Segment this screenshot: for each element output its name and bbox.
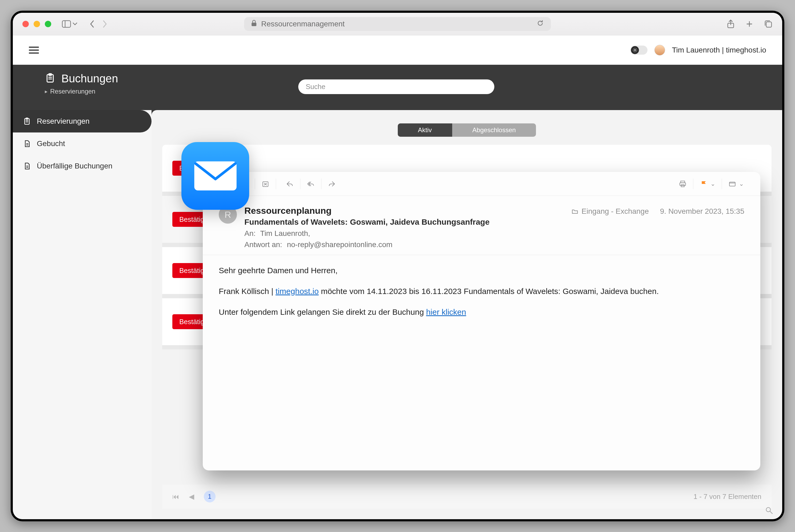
svg-rect-36: [681, 185, 684, 187]
magnifier-icon[interactable]: [765, 507, 773, 515]
svg-rect-34: [681, 181, 685, 183]
tabs-overview-icon[interactable]: [764, 20, 773, 28]
svg-point-26: [766, 508, 771, 512]
theme-toggle[interactable]: [630, 45, 648, 55]
svg-line-27: [770, 512, 772, 514]
folder-menu-chevron-icon[interactable]: ⌄: [739, 180, 744, 187]
flag-menu-chevron-icon[interactable]: ⌄: [710, 180, 715, 187]
user-name-label: Tim Lauenroth | timeghost.io: [672, 46, 766, 54]
junk-icon[interactable]: [258, 177, 273, 190]
clipboard-icon: [45, 73, 55, 84]
mail-folder[interactable]: Eingang - Exchange: [572, 207, 649, 216]
search-placeholder: Suche: [306, 83, 325, 91]
svg-line-13: [633, 51, 634, 52]
pager-count: 1 - 7 von 7 Elementen: [693, 493, 761, 501]
pager-prev[interactable]: ◀: [189, 493, 194, 501]
url-field[interactable]: Ressourcenmanagement: [244, 17, 551, 31]
nav-forward-button[interactable]: [102, 20, 108, 28]
browser-sidebar-toggle[interactable]: [62, 20, 77, 28]
menu-toggle-button[interactable]: [29, 46, 39, 54]
nav-back-button[interactable]: [89, 20, 95, 28]
mail-app-icon: [181, 142, 249, 210]
app-top-bar: Tim Lauenroth | timeghost.io: [13, 35, 782, 65]
mail-body-line: Frank Köllisch | timeghost.io möchte vom…: [219, 285, 744, 298]
print-icon[interactable]: [675, 177, 690, 190]
svg-rect-4: [766, 22, 772, 27]
page-title: Buchungen: [61, 72, 118, 85]
svg-rect-28: [194, 162, 236, 191]
forward-icon[interactable]: [324, 177, 340, 190]
pager-current[interactable]: 1: [204, 491, 216, 502]
mail-from: Ressourcenplanung: [245, 206, 564, 216]
reply-icon[interactable]: [282, 177, 297, 190]
svg-rect-37: [729, 182, 735, 186]
url-text: Ressourcenmanagement: [261, 20, 345, 28]
window-close-dot[interactable]: [22, 21, 29, 27]
sidebar: Reservierungen Gebucht Überfällige Buchu…: [13, 110, 151, 519]
browser-titlebar: Ressourcenmanagement: [13, 13, 782, 35]
page-header: Buchungen ▸ Reservierungen Suche: [13, 65, 782, 110]
mail-header: R Ressourcenplanung Fundamentals of Wave…: [203, 196, 760, 255]
chevron-down-icon: [73, 22, 77, 25]
mail-window: ⌄ ⌄ R Ressourcenplanung Fundamentals of …: [203, 172, 760, 471]
mail-link-booking[interactable]: hier klicken: [426, 308, 466, 316]
breadcrumb-item: Reservierungen: [50, 88, 95, 95]
mail-body-line: Sehr geehrte Damen und Herren,: [219, 264, 744, 277]
lock-icon: [251, 20, 257, 28]
window-minimize-dot[interactable]: [34, 21, 40, 27]
window-zoom-dot[interactable]: [45, 21, 51, 27]
user-avatar[interactable]: [654, 45, 665, 55]
mail-toolbar: ⌄ ⌄: [203, 172, 760, 196]
sidebar-item-overdue[interactable]: Überfällige Buchungen: [13, 155, 151, 177]
move-to-folder-icon[interactable]: [725, 177, 740, 190]
new-tab-icon[interactable]: [745, 20, 753, 28]
mail-body: Sehr geehrte Damen und Herren, Frank Köl…: [203, 255, 760, 336]
mail-date: 9. November 2023, 15:35: [660, 207, 744, 216]
segmented-control: Aktiv Abgeschlossen: [398, 124, 536, 137]
mail-reply-to-row: Antwort an: no-reply@sharepointonline.co…: [245, 241, 564, 249]
pager: ⏮ ◀ 1 1 - 7 von 7 Elementen: [162, 484, 772, 509]
flag-icon[interactable]: [696, 177, 711, 190]
mail-subject: Fundamentals of Wavelets: Goswami, Jaide…: [245, 217, 564, 227]
svg-point-5: [634, 49, 636, 51]
segment-completed[interactable]: Abgeschlossen: [452, 124, 536, 137]
svg-rect-0: [62, 21, 71, 27]
reload-icon[interactable]: [537, 19, 544, 29]
sidebar-item-label: Reservierungen: [37, 117, 90, 126]
sidebar-item-label: Überfällige Buchungen: [37, 162, 112, 170]
mail-body-line: Unter folgendem Link gelangen Sie direkt…: [219, 306, 744, 319]
reply-all-icon[interactable]: [303, 177, 319, 190]
sidebar-item-booked[interactable]: Gebucht: [13, 132, 151, 155]
svg-rect-2: [252, 23, 256, 26]
chevron-right-icon: ▸: [45, 88, 48, 95]
mail-to-row: An: Tim Lauenroth,: [245, 229, 564, 238]
sidebar-item-label: Gebucht: [37, 139, 65, 148]
pager-first[interactable]: ⏮: [172, 493, 179, 501]
svg-line-10: [633, 49, 634, 49]
share-icon[interactable]: [727, 19, 735, 28]
svg-line-12: [636, 49, 636, 49]
search-input[interactable]: Suche: [298, 79, 494, 94]
svg-line-11: [636, 51, 636, 52]
mail-link-company[interactable]: timeghost.io: [275, 287, 319, 296]
segment-active[interactable]: Aktiv: [398, 124, 452, 137]
sidebar-item-reservations[interactable]: Reservierungen: [13, 110, 151, 132]
